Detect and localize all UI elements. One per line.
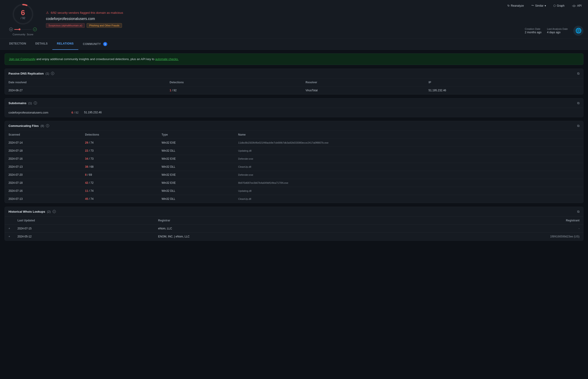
- tag-phishing[interactable]: Phishing and Other Frauds: [87, 23, 122, 28]
- automate-checks-link[interactable]: automate checks.: [155, 57, 179, 61]
- subdomains-body: codeforprofessionalusers.com 6 / 92 51.1…: [5, 108, 583, 117]
- det-red: 8: [85, 173, 87, 176]
- cf-scanned: 2024-07-20: [5, 171, 81, 179]
- cf-type: Win32 EXE: [158, 179, 235, 187]
- table-row: 2024-07-18 22 / 73 Win32 DLL Updating.dl…: [5, 147, 583, 155]
- cf-name: CleanUp.dll: [235, 195, 583, 203]
- whois-header: Historical Whois Lookups (2) i ⧉: [5, 207, 583, 217]
- passive-dns-table: Date resolved Detections Resolver IP 202…: [5, 79, 583, 94]
- whois-copy-icon[interactable]: ⧉: [577, 210, 580, 214]
- comm-files-copy-icon[interactable]: ⧉: [577, 124, 580, 128]
- tag-suspicious[interactable]: Suspicious (alphaMountain.ai): [46, 23, 85, 28]
- subdomains-info-icon[interactable]: i: [34, 101, 37, 105]
- expand-icon[interactable]: +: [5, 224, 14, 232]
- api-icon: ◁▷: [572, 4, 576, 7]
- subdomains-header: Subdomains (1) i ⧉: [5, 98, 583, 108]
- col-detections: Detections: [81, 131, 158, 139]
- col-name: Name: [235, 131, 583, 139]
- table-row: + 2024-07-15 eNom, LLC -: [5, 224, 583, 232]
- top-header: 6 / 92 ✕ ✓ Community Score ⚠ 6/92 s: [0, 0, 588, 39]
- cf-name: 8b970d687ee3b67b4a649df14fea7170N.exe: [235, 179, 583, 187]
- cf-type: Win32 EXE: [158, 171, 235, 179]
- passive-dns-header: Passive DNS Replication (1) i ⧉: [5, 69, 583, 79]
- cf-scanned: 2024-07-16: [5, 155, 81, 163]
- passive-dns-count: (1): [46, 72, 49, 75]
- passive-dns-copy-icon[interactable]: ⧉: [577, 72, 580, 76]
- alert-text: 6/92 security vendors flagged this domai…: [51, 11, 123, 15]
- domain-name[interactable]: codeforprofessionalusers.com: [46, 17, 501, 21]
- det-red: 38: [85, 165, 88, 168]
- globe-icon[interactable]: 🌐: [573, 26, 583, 36]
- whois-count: (2): [47, 210, 51, 213]
- similar-button[interactable]: 〜 Similar ▾: [529, 3, 548, 8]
- whois-registrant: 1f8f4166599d23ee (US): [375, 232, 583, 240]
- whois-registrant: -: [375, 224, 583, 232]
- content-area: Join our Community and enjoy additional …: [0, 50, 588, 244]
- dns-detections: 1 / 92: [166, 86, 302, 94]
- det-total: / 68: [89, 165, 93, 168]
- whois-info-icon[interactable]: i: [53, 210, 56, 213]
- cf-type: Win32 DLL: [158, 195, 235, 203]
- subdomains-copy-icon[interactable]: ⧉: [577, 101, 580, 105]
- graph-button[interactable]: ⬡ Graph: [552, 3, 566, 8]
- tab-details[interactable]: DETAILS: [31, 39, 52, 50]
- reanalyze-icon: ↻: [507, 4, 510, 7]
- cf-name: 11dbc8b1503fcf6e021f48acb9e7cb66fb7db3a9…: [235, 139, 583, 147]
- passive-dns-info-icon[interactable]: i: [51, 72, 54, 75]
- cf-detections: 11 / 74: [81, 187, 158, 195]
- similar-chevron: ▾: [545, 4, 546, 7]
- community-banner: Join our Community and enjoy additional …: [5, 53, 583, 65]
- header-info: ⚠ 6/92 security vendors flagged this dom…: [46, 3, 501, 36]
- table-row: 2024-06-27 1 / 92 VirusTotal 51.195.232.…: [5, 86, 583, 94]
- det-red: 11: [85, 189, 88, 192]
- reanalyze-label: Reanalyze: [511, 4, 524, 7]
- community-label-row: Community Score: [13, 33, 33, 36]
- passive-dns-title: Passive DNS Replication (1) i: [8, 72, 54, 75]
- score-text: 6 / 92: [21, 9, 25, 20]
- det-red: 29: [85, 141, 88, 144]
- api-button[interactable]: ◁▷ API: [570, 3, 583, 8]
- det-red: 42: [85, 181, 88, 184]
- subdomain-ip: 51.195.232.46: [84, 111, 102, 114]
- cf-name: Defender.exe: [235, 155, 583, 163]
- det-red: 22: [85, 149, 88, 152]
- table-row: 2024-07-16 11 / 74 Win32 DLL Updating.dl…: [5, 187, 583, 195]
- dns-resolver: VirusTotal: [302, 86, 425, 94]
- dates-row: Creation Date 2 months ago Last Analysis…: [525, 26, 583, 36]
- col-resolver: Resolver: [302, 79, 425, 86]
- action-buttons: ↻ Reanalyze 〜 Similar ▾ ⬡ Graph ◁▷ API: [505, 3, 583, 8]
- tab-relations[interactable]: RELATIONS: [52, 39, 78, 50]
- cf-type: Win32 DLL: [158, 147, 235, 155]
- subdomain-name[interactable]: codeforprofessionalusers.com: [8, 111, 66, 114]
- communicating-files-header: Communicating Files (8) i ⧉: [5, 121, 583, 131]
- creation-date-value: 2 months ago: [525, 31, 542, 34]
- creation-date-item: Creation Date 2 months ago: [525, 28, 542, 34]
- cf-scanned: 2024-07-13: [5, 195, 81, 203]
- col-last-updated: Last Updated: [14, 217, 154, 225]
- score-circle: 6 / 92: [12, 3, 34, 26]
- similar-icon: 〜: [531, 4, 534, 8]
- table-row: + 2024-05-12 ENOM, INC. | eNom, LLC 1f8f…: [5, 232, 583, 240]
- communicating-files-section: Communicating Files (8) i ⧉ Scanned Dete…: [5, 121, 583, 203]
- col-registrar: Registrar: [154, 217, 375, 225]
- col-expand: [5, 217, 14, 225]
- comm-files-info-icon[interactable]: i: [46, 124, 49, 127]
- whois-title: Historical Whois Lookups (2) i: [8, 210, 56, 213]
- tab-community[interactable]: COMMUNITY 1: [78, 39, 112, 50]
- dns-ip: 51.195.232.46: [425, 86, 583, 94]
- cf-type: Win32 DLL: [158, 187, 235, 195]
- expand-icon[interactable]: +: [5, 232, 14, 240]
- cf-scanned: 2024-07-13: [5, 163, 81, 171]
- table-row: 2024-07-13 45 / 74 Win32 DLL CleanUp.dll: [5, 195, 583, 203]
- tags-row: Suspicious (alphaMountain.ai) Phishing a…: [46, 23, 501, 28]
- det-total: / 72: [89, 181, 93, 184]
- tabs-bar: DETECTION DETAILS RELATIONS COMMUNITY 1: [0, 39, 588, 50]
- tab-detection[interactable]: DETECTION: [5, 39, 31, 50]
- api-label: API: [577, 4, 582, 7]
- banner-middle-text: and enjoy additional community insights …: [36, 57, 155, 61]
- det-total: / 69: [87, 173, 92, 176]
- join-community-link[interactable]: Join our Community: [9, 57, 36, 61]
- reanalyze-button[interactable]: ↻ Reanalyze: [505, 3, 526, 8]
- det-total: / 74: [89, 197, 93, 201]
- communicating-files-body: Scanned Detections Type Name 2024-07-14 …: [5, 131, 583, 203]
